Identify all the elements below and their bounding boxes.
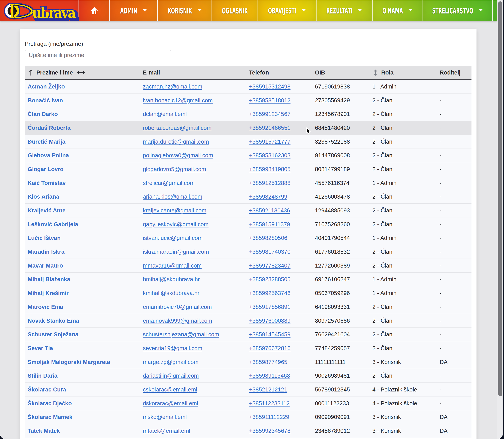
member-name-link[interactable]: Đuretić Marija: [28, 138, 65, 145]
email-link[interactable]: bmihalj@skdubrava.hr: [143, 276, 200, 282]
table-row[interactable]: Mihalj Blaženkabmihalj@skdubrava.hr+3859…: [25, 272, 471, 286]
member-name-link[interactable]: Kaić Tomislav: [28, 180, 65, 186]
email-link[interactable]: msko@email.eml: [143, 414, 187, 420]
email-link[interactable]: emamitrovic70@gmail.com: [143, 304, 212, 310]
phone-link[interactable]: +385992563746: [249, 290, 290, 296]
phone-link[interactable]: +385912512888: [249, 180, 290, 186]
resize-horizontal-icon[interactable]: [77, 70, 85, 75]
nav-logo-cell[interactable]: ubrava ubrava: [0, 0, 79, 21]
nav-item-oglasnik[interactable]: OGLASNIK: [212, 0, 258, 21]
table-row[interactable]: Smoljak Malogorski Margaretamarge.zg@gma…: [25, 355, 471, 369]
member-name-link[interactable]: Mihalj Krešimir: [28, 290, 69, 296]
column-header-parent[interactable]: Roditelj: [437, 66, 471, 80]
table-row[interactable]: Školarac Mamekmsko@email.eml+38591111222…: [25, 410, 471, 424]
member-name-link[interactable]: Novak Stanko Ema: [28, 317, 79, 324]
member-name-link[interactable]: Glogar Lovro: [28, 166, 63, 172]
phone-link[interactable]: +385953162303: [249, 152, 290, 159]
email-link[interactable]: sever.tia19@gmail.com: [143, 345, 202, 351]
table-row[interactable]: Schuster Snježanaschustersnjezana@gmail.…: [25, 328, 471, 341]
table-row[interactable]: Član Darkodclan@email.eml+38599123456712…: [25, 107, 471, 121]
nav-item-obavijesti[interactable]: OBAVIJESTI: [258, 0, 316, 21]
member-name-link[interactable]: Čordaš Roberta: [28, 125, 71, 131]
email-link[interactable]: dclan@email.eml: [143, 111, 187, 117]
table-row[interactable]: Mavar Maurommavar16@gmail.com+3859778234…: [25, 258, 471, 272]
phone-link[interactable]: +385923288505: [249, 276, 290, 282]
member-name-link[interactable]: Školarac Dječko: [28, 400, 72, 406]
member-name-link[interactable]: Školarac Cura: [28, 386, 66, 393]
column-header-phone[interactable]: Telefon: [246, 66, 312, 80]
phone-link[interactable]: +385914545459: [249, 331, 290, 338]
email-link[interactable]: ivan.bonacic12@gmail.com: [143, 97, 213, 104]
column-header-oib[interactable]: OIB: [312, 66, 369, 80]
member-name-link[interactable]: Klos Ariana: [28, 193, 59, 200]
email-link[interactable]: iskra.maradin@gmail.com: [143, 249, 209, 255]
table-row[interactable]: Novak Stanko Emaema.novak999@gmail.com+3…: [25, 314, 471, 328]
sort-up-down-icon[interactable]: [374, 69, 378, 76]
member-name-link[interactable]: Mihalj Blaženka: [28, 276, 70, 282]
member-name-link[interactable]: Mavar Mauro: [28, 262, 63, 269]
phone-link[interactable]: +385921130436: [249, 207, 290, 214]
nav-item-korisnik[interactable]: KORISNIK: [158, 0, 212, 21]
email-link[interactable]: mtatek@email.eml: [143, 427, 190, 434]
email-link[interactable]: polinaglebova0@gmail.com: [143, 152, 213, 159]
phone-link[interactable]: +385991234567: [249, 111, 290, 117]
phone-link[interactable]: +385915312498: [249, 83, 290, 90]
table-row[interactable]: Glebova Polinapolinaglebova0@gmail.com+3…: [25, 148, 471, 162]
table-row[interactable]: Kaić Tomislavstrelicar@gmail.com+3859125…: [25, 176, 471, 190]
phone-link[interactable]: +38598774965: [249, 359, 287, 365]
nav-item-home[interactable]: [79, 0, 110, 21]
email-link[interactable]: roberta.cordas@gmail.com: [143, 125, 212, 131]
phone-link[interactable]: +385112233112: [249, 400, 290, 406]
member-name-link[interactable]: Mitrović Ema: [28, 304, 63, 310]
phone-link[interactable]: +385915721777: [249, 138, 290, 145]
table-row[interactable]: Bonačić Ivanivan.bonacic12@gmail.com+385…: [25, 93, 471, 107]
email-link[interactable]: zacman.hz@gmail.com: [143, 83, 202, 90]
column-header-name[interactable]: Prezime i ime: [25, 66, 140, 80]
email-link[interactable]: strelicar@gmail.com: [143, 180, 195, 186]
member-name-link[interactable]: Član Darko: [28, 111, 58, 117]
member-name-link[interactable]: Tatek Matek: [28, 427, 60, 434]
table-row[interactable]: Mihalj Krešimirkmihalj@skdubrava.hr+3859…: [25, 286, 471, 300]
phone-link[interactable]: +385981740370: [249, 249, 290, 255]
member-name-link[interactable]: Školarac Mamek: [28, 414, 73, 420]
phone-link[interactable]: +385992345678: [249, 427, 290, 434]
member-name-link[interactable]: Smoljak Malogorski Margareta: [28, 359, 110, 365]
member-name-link[interactable]: Glebova Polina: [28, 152, 69, 159]
phone-link[interactable]: +385977823407: [249, 262, 290, 269]
member-name-link[interactable]: Lučić Ištvan: [28, 235, 61, 241]
sort-up-icon[interactable]: [29, 69, 33, 76]
table-row[interactable]: Sever Tiasever.tia19@gmail.com+385976672…: [25, 341, 471, 355]
column-header-role[interactable]: Rola: [369, 66, 437, 80]
email-link[interactable]: dariastilin@gmail.com: [143, 372, 199, 379]
member-name-link[interactable]: Sever Tia: [28, 345, 53, 351]
member-name-link[interactable]: Kraljević Ante: [28, 207, 65, 214]
phone-link[interactable]: +38598280506: [249, 235, 287, 241]
table-row[interactable]: Tatek Matekmtatek@email.eml+385992345678…: [25, 424, 471, 438]
scrollbar-thumb[interactable]: [498, 1, 502, 396]
table-row[interactable]: Maradin Iskraiskra.maradin@gmail.com+385…: [25, 245, 471, 259]
page-scrollbar[interactable]: [497, 0, 503, 439]
phone-link[interactable]: +38521212121: [249, 386, 287, 393]
phone-link[interactable]: +385921466551: [249, 125, 290, 131]
email-link[interactable]: kmihalj@skdubrava.hr: [143, 290, 200, 296]
email-link[interactable]: cskolarac@email.eml: [143, 386, 197, 393]
nav-item-rezultati[interactable]: REZULTATI: [316, 0, 373, 21]
email-link[interactable]: dskorarac@email.eml: [143, 400, 198, 406]
table-row[interactable]: Đuretić Marijamarija.duretic@gmail.com+3…: [25, 135, 471, 148]
table-row[interactable]: Školarac Curacskolarac@email.eml+3852121…: [25, 383, 471, 396]
email-link[interactable]: mmavar16@gmail.com: [143, 262, 202, 269]
email-link[interactable]: kraljevicante@gmail.com: [143, 207, 206, 214]
column-header-email[interactable]: E-mail: [140, 66, 246, 80]
nav-item-admin[interactable]: ADMIN: [110, 0, 158, 21]
phone-link[interactable]: +385958518012: [249, 97, 290, 104]
phone-link[interactable]: +385998419805: [249, 166, 290, 172]
table-row[interactable]: Lešković Gabrijelagaby.leskovic@gmail.co…: [25, 217, 471, 231]
member-name-link[interactable]: Bonačić Ivan: [28, 97, 63, 104]
email-link[interactable]: gaby.leskovic@gmail.com: [143, 221, 209, 227]
phone-link[interactable]: +38598248799: [249, 193, 287, 200]
search-input[interactable]: [25, 50, 171, 60]
email-link[interactable]: glogarlovro5@gmail.com: [143, 166, 206, 172]
email-link[interactable]: istvan.lucic@gmail.com: [143, 235, 202, 241]
member-name-link[interactable]: Acman Željko: [28, 83, 65, 90]
phone-link[interactable]: +385976672816: [249, 345, 290, 351]
